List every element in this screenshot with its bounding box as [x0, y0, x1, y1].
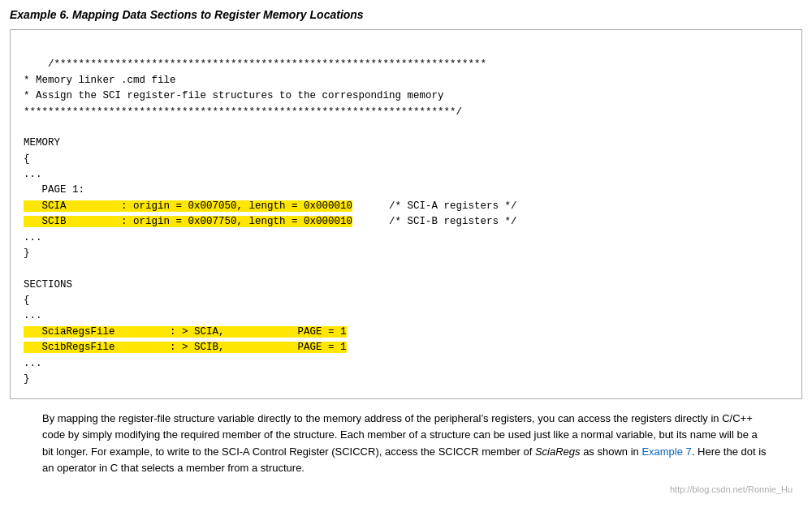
code-scib-regs-line: ScibRegsFile : > SCIB, PAGE = 1 — [24, 342, 347, 353]
page-container: Example 6. Mapping Data Sections to Regi… — [0, 0, 812, 506]
code-dots-2: ... — [24, 232, 42, 243]
code-sections: SECTIONS — [24, 279, 72, 290]
code-scib-line: SCIB : origin = 0x007750, length = 0x000… — [24, 216, 517, 227]
scia-regs-italic: SciaRegs — [535, 445, 581, 458]
code-brace-open: { — [24, 153, 30, 165]
code-page1: PAGE 1: — [24, 184, 84, 196]
code-brace-close-2: } — [24, 373, 30, 385]
code-scia-line: SCIA : origin = 0x007050, length = 0x000… — [24, 200, 517, 212]
code-dots-1: ... — [24, 169, 42, 180]
scib-comment: /* SCI-B registers */ — [352, 216, 517, 227]
scia-highlight: SCIA : origin = 0x007050, length = 0x000… — [24, 200, 352, 212]
desc-text-2: as shown in — [581, 445, 642, 458]
example-title: Example 6. Mapping Data Sections to Regi… — [10, 8, 802, 21]
example7-link[interactable]: Example 7 — [641, 445, 691, 458]
scia-comment: /* SCI-A registers */ — [352, 200, 517, 212]
code-memory: MEMORY — [24, 137, 60, 148]
description-paragraph: By mapping the register-file structure v… — [42, 411, 770, 476]
code-dots-4: ... — [24, 358, 42, 369]
description-block: By mapping the register-file structure v… — [10, 411, 802, 484]
code-brace-close-1: } — [24, 247, 30, 259]
code-block: /***************************************… — [10, 29, 802, 399]
code-brace-open-2: { — [24, 295, 30, 306]
watermark: http://blog.csdn.net/Ronnie_Hu — [10, 484, 802, 497]
code-line-2: * Memory linker .cmd file — [24, 75, 176, 86]
code-line-3: * Assign the SCI register-file structure… — [24, 90, 444, 101]
scia-regs-highlight: SciaRegsFile : > SCIA, PAGE = 1 — [24, 326, 347, 338]
scib-regs-highlight: ScibRegsFile : > SCIB, PAGE = 1 — [24, 342, 347, 353]
code-scia-regs-line: SciaRegsFile : > SCIA, PAGE = 1 — [24, 326, 347, 338]
code-line-1: /***************************************… — [48, 58, 486, 70]
code-dots-3: ... — [24, 310, 42, 321]
scib-highlight: SCIB : origin = 0x007750, length = 0x000… — [24, 216, 352, 227]
code-line-4: ****************************************… — [24, 106, 462, 118]
